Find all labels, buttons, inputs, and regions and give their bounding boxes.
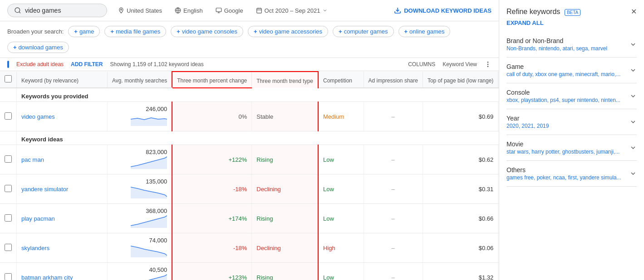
date-range-label: Oct 2020 – Sep 2021 (265, 7, 320, 14)
expand-all-button[interactable]: EXPAND ALL (506, 19, 637, 26)
plus-icon: + (404, 28, 408, 35)
three-month-pct-label: Three month percent change (177, 77, 247, 84)
pct-cell: -18% (172, 233, 252, 263)
select-all-checkbox[interactable] (5, 75, 12, 82)
chevron-down-icon (629, 92, 637, 100)
keyword-cell: yandere simulator (17, 174, 108, 204)
ad-impression-value: – (392, 274, 395, 280)
pct-value: 0% (238, 113, 247, 120)
language-filter[interactable]: English (171, 5, 206, 16)
tag-video-game-consoles-label: video game consoles (182, 28, 237, 35)
location-filter[interactable]: United States (114, 5, 166, 16)
row-checkbox[interactable] (0, 102, 17, 131)
row-checkbox[interactable] (0, 204, 17, 233)
table-row: video games 246,000 0% Stable Medium – $… (0, 102, 499, 131)
refine-section-sub-1: call of duty, xbox one game, minecraft, … (506, 71, 620, 77)
refine-title: Refine keywords (506, 8, 560, 15)
keyword-link[interactable]: video games (21, 113, 55, 120)
avg-monthly-cell: 74,000 (108, 233, 172, 263)
competition-cell: Low (318, 204, 364, 233)
tag-video-game-accessories[interactable]: + video game accessories (248, 26, 328, 37)
refine-section-text: Others games free, poker, ncaa, first, y… (506, 166, 621, 181)
ad-impression-cell: – (364, 263, 423, 280)
svg-point-0 (15, 8, 20, 13)
trend-cell: Rising (252, 263, 318, 280)
refine-section-header-0[interactable]: Brand or Non-Brand Non-Brands, nintendo,… (506, 37, 637, 52)
table-header-row: Keyword (by relevance) Avg. monthly sear… (0, 72, 499, 88)
keyword-view[interactable]: Keyword View (442, 61, 477, 68)
row-checkbox[interactable] (0, 174, 17, 204)
refine-section-title-4: Movie (506, 140, 619, 148)
svg-marker-15 (131, 246, 167, 257)
avg-value: 135,000 (146, 178, 167, 185)
keyword-link[interactable]: yandere simulator (21, 186, 68, 193)
tag-computer-games[interactable]: + computer games (333, 26, 393, 37)
avg-value: 40,500 (149, 266, 167, 273)
search-box[interactable] (7, 4, 107, 17)
keyword-link[interactable]: batman arkham city (21, 274, 73, 280)
competition-value: Low (323, 186, 334, 193)
top-page-low-cell: $0.66 (423, 204, 498, 233)
location-icon (118, 7, 124, 14)
refine-section-header-3[interactable]: Year 2020, 2021, 2019 (506, 115, 637, 129)
refine-panel-header: Refine keywords BETA ✕ (506, 7, 637, 16)
row-checkbox[interactable] (0, 233, 17, 263)
refine-section-text: Console xbox, playstation, ps4, super ni… (506, 89, 620, 103)
search-input[interactable] (25, 7, 98, 14)
broaden-label: Broaden your search: (7, 28, 64, 35)
pct-value: -18% (233, 245, 247, 251)
download-button[interactable]: DOWNLOAD KEYWORD IDEAS (394, 7, 492, 14)
tag-online-games[interactable]: + online games (398, 26, 451, 37)
keyword-link[interactable]: play pacman (21, 215, 55, 222)
table-row: batman arkham city 40,500 +123% Rising L… (0, 263, 499, 280)
refine-section-header-4[interactable]: Movie star wars, harry potter, ghostbust… (506, 140, 637, 155)
top-page-low-value: $1.32 (479, 274, 494, 280)
refine-section-title-5: Others (506, 166, 621, 174)
tag-download-games[interactable]: + download games (7, 42, 69, 53)
refine-panel: Refine keywords BETA ✕ EXPAND ALL Brand … (499, 0, 644, 280)
add-filter-btn[interactable]: ADD FILTER (71, 61, 103, 68)
columns-btn[interactable]: COLUMNS (408, 61, 435, 68)
tag-media-file-games-label: media file games (116, 28, 160, 35)
row-checkbox[interactable] (0, 145, 17, 174)
avg-monthly-cell: 823,000 (108, 145, 172, 174)
keyword-link[interactable]: pac man (21, 156, 44, 163)
exclude-adult[interactable]: Exclude adult ideas (16, 61, 64, 68)
tag-game[interactable]: + game (68, 26, 100, 37)
close-button[interactable]: ✕ (631, 7, 637, 16)
tag-download-games-label: download games (19, 44, 63, 51)
refine-section-header-5[interactable]: Others games free, poker, ncaa, first, y… (506, 166, 637, 181)
trend-cell: Rising (252, 204, 318, 233)
select-all-header[interactable] (0, 72, 17, 88)
svg-marker-14 (131, 216, 167, 228)
table-row: skylanders 74,000 -18% Declining High – … (0, 233, 499, 263)
refine-section-title-2: Console (506, 89, 620, 96)
keyword-link[interactable]: skylanders (21, 245, 49, 251)
pct-cell: +122% (172, 145, 252, 174)
pct-value: +122% (228, 156, 247, 163)
platform-filter[interactable]: Google (212, 5, 247, 16)
tag-game-label: game (79, 28, 94, 35)
broaden-bar: Broaden your search: + game + media file… (0, 21, 499, 58)
top-page-low-cell: $0.69 (423, 102, 498, 131)
plus-icon: + (110, 28, 114, 35)
toolbar-row: Exclude adult ideas ADD FILTER Showing 1… (0, 58, 499, 71)
competition-cell: Low (318, 174, 364, 204)
tag-video-game-consoles[interactable]: + video game consoles (171, 26, 243, 37)
pct-cell: +123% (172, 263, 252, 280)
ad-impression-value: – (392, 215, 395, 222)
refine-section-header-2[interactable]: Console xbox, playstation, ps4, super ni… (506, 89, 637, 103)
more-options-icon[interactable] (484, 61, 492, 68)
trend-value: Rising (256, 274, 273, 280)
refine-section-header-1[interactable]: Game call of duty, xbox one game, minecr… (506, 63, 637, 77)
avg-monthly-cell: 40,500 (108, 263, 172, 280)
competition-value: High (323, 245, 335, 251)
showing-count: Showing 1,159 of 1,102 keyword ideas (110, 61, 204, 68)
top-page-low-label: Top of page bid (low range) (428, 77, 493, 84)
tag-media-file-games[interactable]: + media file games (104, 26, 166, 37)
trend-value: Rising (256, 156, 273, 163)
row-checkbox[interactable] (0, 263, 17, 280)
date-filter[interactable]: Oct 2020 – Sep 2021 (252, 5, 332, 16)
pct-value: +174% (228, 215, 247, 222)
keyword-table: Keyword (by relevance) Avg. monthly sear… (0, 71, 499, 280)
